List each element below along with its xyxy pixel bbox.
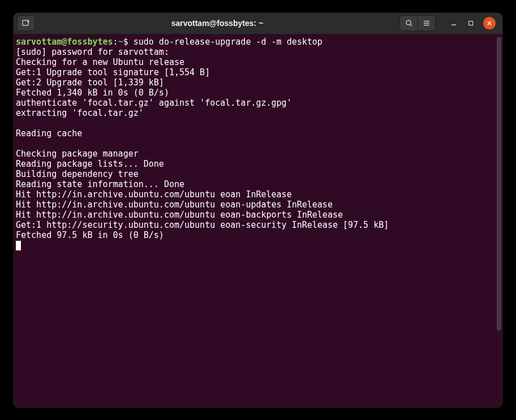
command-text: sudo do-release-upgrade -d -m desktop xyxy=(134,37,322,47)
window-controls xyxy=(449,17,496,29)
output-line: Hit http://in.archive.ubuntu.com/ubuntu … xyxy=(16,189,500,200)
svg-point-3 xyxy=(406,20,411,25)
titlebar-left xyxy=(17,15,35,31)
hamburger-icon xyxy=(423,19,431,27)
output-line: Get:2 Upgrade tool [1,339 kB] xyxy=(16,77,500,88)
menu-button[interactable] xyxy=(418,15,436,31)
prompt-path: ~ xyxy=(118,37,123,47)
svg-line-4 xyxy=(410,24,412,26)
new-tab-button[interactable] xyxy=(17,15,35,31)
output-line: Reading package lists... Done xyxy=(16,159,500,169)
toolbar-button-group xyxy=(399,15,436,31)
output-line: Reading cache xyxy=(16,128,500,138)
search-icon xyxy=(405,19,413,27)
cursor xyxy=(16,241,21,250)
output-line: authenticate 'focal.tar.gz' against 'foc… xyxy=(16,98,500,108)
close-button[interactable] xyxy=(483,17,496,29)
minimize-icon xyxy=(451,20,457,26)
output-line: [sudo] password for sarvottam: xyxy=(16,47,500,57)
terminal-body[interactable]: sarvottam@fossbytes:~$ sudo do-release-u… xyxy=(14,34,502,408)
output-container: [sudo] password for sarvottam: Checking … xyxy=(16,47,500,240)
close-icon xyxy=(487,20,492,26)
prompt-separator: : xyxy=(113,37,118,47)
output-line: Checking package manager xyxy=(16,149,500,159)
svg-rect-9 xyxy=(469,21,473,25)
prompt-user-host: sarvottam@fossbytes xyxy=(16,37,113,47)
titlebar-right xyxy=(399,15,499,31)
minimize-button[interactable] xyxy=(449,19,458,28)
output-line: Fetched 1,340 kB in 0s (0 B/s) xyxy=(16,88,500,98)
maximize-icon xyxy=(468,20,474,26)
search-button[interactable] xyxy=(399,15,418,31)
output-line: Get:1 Upgrade tool signature [1,554 B] xyxy=(16,67,500,77)
window-title: sarvottam@fossbytes: ~ xyxy=(35,19,399,28)
output-line: Reading state information... Done xyxy=(16,179,500,189)
output-line: extracting 'focal.tar.gz' xyxy=(16,108,500,118)
output-line: Get:1 http://security.ubuntu.com/ubuntu … xyxy=(16,220,500,230)
titlebar: sarvottam@fossbytes: ~ xyxy=(14,13,502,34)
output-line: Hit http://in.archive.ubuntu.com/ubuntu … xyxy=(16,210,500,220)
terminal-window: sarvottam@fossbytes: ~ xyxy=(13,12,503,408)
output-line xyxy=(16,118,500,128)
svg-rect-0 xyxy=(23,20,28,25)
new-tab-icon xyxy=(22,19,31,28)
scrollbar[interactable] xyxy=(497,37,501,331)
maximize-button[interactable] xyxy=(466,19,475,28)
prompt-symbol: $ xyxy=(123,37,128,47)
cursor-line xyxy=(16,240,500,250)
output-line: Checking for a new Ubuntu release xyxy=(16,57,500,67)
output-line xyxy=(16,138,500,149)
output-line: Fetched 97.5 kB in 0s (0 B/s) xyxy=(16,230,500,240)
prompt-line: sarvottam@fossbytes:~$ sudo do-release-u… xyxy=(16,37,500,47)
output-line: Hit http://in.archive.ubuntu.com/ubuntu … xyxy=(16,200,500,210)
output-line: Building dependency tree xyxy=(16,169,500,179)
